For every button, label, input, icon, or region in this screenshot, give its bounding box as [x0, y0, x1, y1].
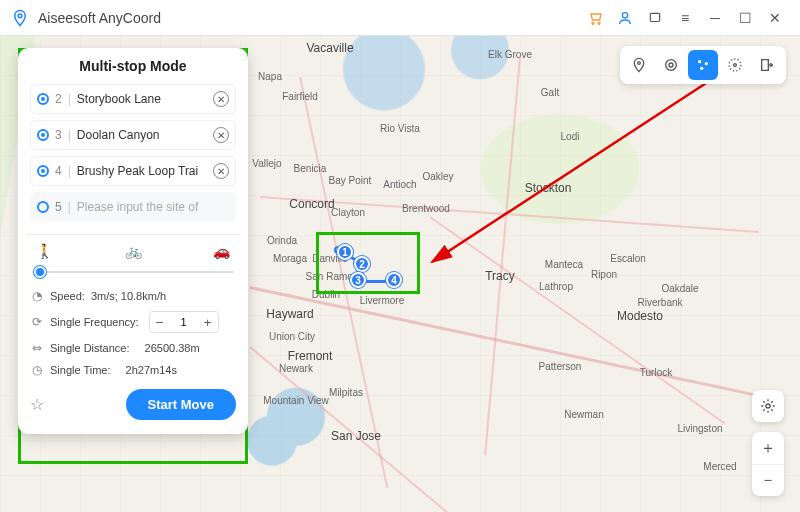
city-label: Napa: [258, 71, 282, 82]
multi-stop-panel: Multi-stop Mode 2|Storybook Lane✕3|Doola…: [18, 48, 248, 434]
time-icon: ◷: [30, 363, 44, 377]
stop-name[interactable]: Please input the site of: [77, 200, 229, 214]
city-label: Lathrop: [539, 281, 573, 292]
mode-one-stop[interactable]: [656, 50, 686, 80]
svg-point-8: [666, 60, 677, 71]
frequency-icon: ⟳: [30, 315, 44, 329]
transport-bike-icon[interactable]: 🚲: [125, 243, 142, 259]
city-label: Tracy: [485, 269, 515, 283]
frequency-label: Single Frequency:: [50, 316, 139, 328]
city-label: Manteca: [545, 259, 583, 270]
speed-slider[interactable]: [32, 265, 234, 279]
svg-point-6: [638, 62, 641, 65]
city-label: Modesto: [617, 309, 663, 323]
account-icon[interactable]: [610, 4, 640, 32]
frequency-increment[interactable]: +: [198, 312, 218, 332]
stop-row[interactable]: 2|Storybook Lane✕: [30, 84, 236, 114]
distance-label: Single Distance:: [50, 342, 130, 354]
city-label: Patterson: [539, 361, 582, 372]
city-label: Newark: [279, 363, 313, 374]
city-label: Milpitas: [329, 387, 363, 398]
stop-name[interactable]: Brushy Peak Loop Trai: [77, 164, 207, 178]
zoom-in-button[interactable]: ＋: [752, 432, 784, 464]
route-node[interactable]: 4: [386, 272, 402, 288]
city-label: Riverbank: [637, 297, 682, 308]
speed-row: ◔ Speed: 3m/s; 10.8km/h: [30, 289, 236, 303]
favorite-button[interactable]: ☆: [30, 395, 44, 414]
menu-icon[interactable]: ≡: [670, 4, 700, 32]
app-logo-icon: [10, 8, 30, 28]
mode-toolbar: [620, 46, 786, 84]
stop-clear-button[interactable]: ✕: [213, 127, 229, 143]
transport-walk-icon[interactable]: 🚶: [36, 243, 53, 259]
city-label: Fairfield: [282, 91, 318, 102]
titlebar: Aiseesoft AnyCoord ≡ ─ ☐ ✕: [0, 0, 800, 36]
stop-clear-button[interactable]: ✕: [213, 91, 229, 107]
city-label: Dublin: [312, 289, 340, 300]
time-row: ◷ Single Time: 2h27m14s: [30, 363, 236, 377]
route-node[interactable]: 3: [350, 272, 366, 288]
zoom-out-button[interactable]: －: [752, 464, 784, 496]
stop-name[interactable]: Storybook Lane: [77, 92, 207, 106]
start-move-button[interactable]: Start Move: [126, 389, 236, 420]
mode-modify-location[interactable]: [624, 50, 654, 80]
svg-point-7: [669, 63, 673, 67]
stop-number: 5: [55, 200, 62, 214]
city-label: Newman: [564, 409, 603, 420]
transport-car-icon[interactable]: 🚗: [213, 243, 230, 259]
stop-radio-icon: [37, 93, 49, 105]
stop-number: 3: [55, 128, 62, 142]
minimize-button[interactable]: ─: [700, 4, 730, 32]
city-label: Antioch: [383, 179, 416, 190]
map-settings-button[interactable]: [752, 390, 784, 422]
city-label: Livingston: [677, 423, 722, 434]
cart-icon[interactable]: [580, 4, 610, 32]
divider: [26, 234, 240, 235]
city-label: Ripon: [591, 269, 617, 280]
close-button[interactable]: ✕: [760, 4, 790, 32]
city-label: Lodi: [561, 131, 580, 142]
city-label: Elk Grove: [488, 49, 532, 60]
frequency-input[interactable]: [170, 312, 198, 332]
maximize-button[interactable]: ☐: [730, 4, 760, 32]
stop-row[interactable]: 3|Doolan Canyon✕: [30, 120, 236, 150]
city-label: Bay Point: [329, 175, 372, 186]
route-node[interactable]: 1: [337, 244, 353, 260]
mode-joystick[interactable]: [720, 50, 750, 80]
panel-footer: ☆ Start Move: [30, 389, 236, 420]
city-label: San Jose: [331, 429, 381, 443]
svg-point-13: [729, 59, 741, 71]
city-label: Orinda: [267, 235, 297, 246]
city-label: Merced: [703, 461, 736, 472]
stop-row[interactable]: 4|Brushy Peak Loop Trai✕: [30, 156, 236, 186]
speed-label: Speed:: [50, 290, 85, 302]
frequency-decrement[interactable]: −: [150, 312, 170, 332]
svg-point-3: [622, 12, 627, 17]
city-label: Oakdale: [661, 283, 698, 294]
feedback-icon[interactable]: [640, 4, 670, 32]
stop-radio-icon: [37, 201, 49, 213]
speed-slider-thumb[interactable]: [34, 266, 46, 278]
stop-radio-icon: [37, 129, 49, 141]
stop-radio-icon: [37, 165, 49, 177]
zoom-control: ＋ －: [752, 432, 784, 496]
city-label: Oakley: [422, 171, 453, 182]
map-canvas[interactable]: VacavilleFairfieldRio VistaNapaBeniciaVa…: [0, 36, 800, 512]
panel-title: Multi-stop Mode: [30, 58, 236, 74]
transport-mode-row: 🚶 🚲 🚗: [30, 243, 236, 259]
time-value: 2h27m14s: [126, 364, 177, 376]
route-node[interactable]: 2: [354, 256, 370, 272]
stop-name[interactable]: Doolan Canyon: [77, 128, 207, 142]
mode-multi-stop[interactable]: [688, 50, 718, 80]
time-label: Single Time:: [50, 364, 111, 376]
city-label: Livermore: [360, 295, 404, 306]
svg-point-9: [698, 60, 701, 63]
city-label: Benicia: [294, 163, 327, 174]
svg-point-14: [766, 404, 770, 408]
stop-clear-button[interactable]: ✕: [213, 163, 229, 179]
svg-point-0: [18, 13, 22, 17]
stop-row[interactable]: 5|Please input the site of: [30, 192, 236, 222]
svg-point-2: [598, 22, 600, 24]
city-label: Fremont: [288, 349, 333, 363]
mode-export[interactable]: [752, 50, 782, 80]
